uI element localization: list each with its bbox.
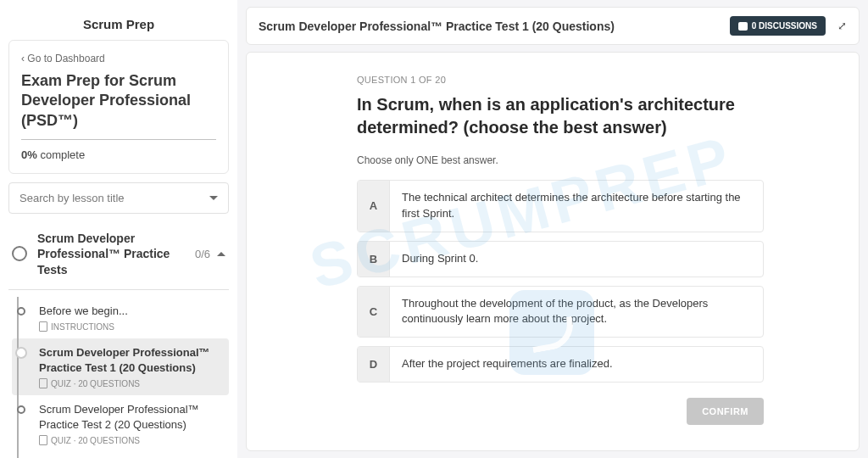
question-counter: QUESTION 1 OF 20	[357, 75, 808, 85]
lesson-item[interactable]: Scrum Developer Professional™ Practice T…	[12, 452, 229, 458]
chevron-up-icon	[217, 252, 225, 256]
answer-option[interactable]: D After the project requirements are fin…	[357, 346, 764, 383]
brand-title: Scrum Prep	[8, 8, 229, 40]
question-panel: SCRUMPREP QUESTION 1 OF 20 In Scrum, whe…	[246, 52, 860, 451]
main-header: Scrum Developer Professional™ Practice T…	[246, 7, 860, 45]
doc-icon	[39, 378, 47, 388]
question-instruction: Choose only ONE best answer.	[357, 154, 808, 166]
answer-option[interactable]: A The technical architect determines the…	[357, 180, 764, 232]
lesson-title: Scrum Developer Professional™ Practice T…	[39, 402, 224, 432]
progress-label: 0% complete	[21, 148, 216, 161]
answer-text: Throughout the development of the produc…	[390, 287, 763, 338]
doc-icon	[39, 435, 47, 445]
lesson-marker-icon	[17, 349, 25, 357]
main-panel: Scrum Developer Professional™ Practice T…	[237, 0, 868, 458]
doc-icon	[39, 321, 47, 332]
lesson-title: Scrum Developer Professional™ Practice T…	[39, 345, 224, 375]
section-header[interactable]: Scrum Developer Professional™ Practice T…	[8, 224, 229, 290]
section-title: Scrum Developer Professional™ Practice T…	[37, 231, 188, 277]
answer-letter: D	[358, 347, 390, 382]
answer-text: During Sprint 0.	[390, 242, 763, 276]
lesson-title: Before we begin...	[39, 304, 224, 319]
search-input[interactable]: Search by lesson title	[8, 182, 229, 214]
lesson-item[interactable]: Before we begin... INSTRUCTIONS	[12, 297, 229, 339]
lesson-connector	[17, 297, 19, 458]
search-placeholder: Search by lesson title	[19, 192, 125, 204]
lesson-item[interactable]: Scrum Developer Professional™ Practice T…	[12, 395, 229, 452]
lesson-item[interactable]: Scrum Developer Professional™ Practice T…	[12, 338, 229, 395]
answer-text: The technical architect determines the a…	[390, 181, 763, 232]
course-title: Exam Prep for Scrum Developer Profession…	[21, 71, 216, 140]
course-card: ‹ Go to Dashboard Exam Prep for Scrum De…	[8, 40, 229, 174]
lesson-meta: INSTRUCTIONS	[39, 321, 224, 332]
answer-letter: C	[358, 287, 390, 338]
lesson-list: Before we begin... INSTRUCTIONS Scrum De…	[8, 297, 229, 458]
dashboard-link[interactable]: ‹ Go to Dashboard	[21, 53, 216, 64]
lesson-marker-icon	[17, 307, 25, 316]
section-count: 0/6	[195, 248, 210, 260]
sidebar: Scrum Prep ‹ Go to Dashboard Exam Prep f…	[0, 0, 237, 458]
discussions-button[interactable]: 0 DISCUSSIONS	[730, 16, 826, 36]
lesson-meta: QUIZ · 20 QUESTIONS	[39, 435, 224, 445]
lesson-meta: QUIZ · 20 QUESTIONS	[39, 378, 224, 388]
page-title: Scrum Developer Professional™ Practice T…	[259, 20, 615, 33]
circle-icon	[12, 246, 27, 261]
answer-option[interactable]: C Throughout the development of the prod…	[357, 286, 764, 338]
chat-icon	[738, 22, 748, 31]
question-text: In Scrum, when is an application's archi…	[357, 93, 808, 139]
answer-letter: B	[358, 242, 390, 276]
confirm-button[interactable]: CONFIRM	[687, 398, 764, 425]
expand-icon[interactable]: ⤢	[837, 20, 847, 32]
chevron-down-icon	[209, 196, 218, 200]
answer-text: After the project requirements are final…	[390, 347, 763, 382]
lesson-marker-icon	[17, 405, 25, 414]
answer-option[interactable]: B During Sprint 0.	[357, 241, 764, 277]
answer-letter: A	[358, 181, 390, 232]
